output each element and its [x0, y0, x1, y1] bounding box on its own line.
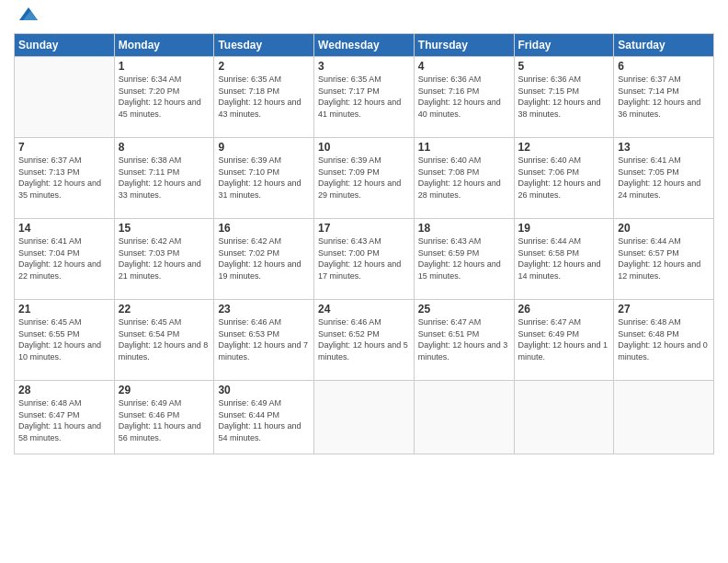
calendar-cell: 26Sunrise: 6:47 AMSunset: 6:49 PMDayligh…: [514, 300, 614, 381]
day-number: 28: [18, 384, 110, 396]
calendar-cell: 6Sunrise: 6:37 AMSunset: 7:14 PMDaylight…: [614, 57, 714, 138]
calendar-cell: 15Sunrise: 6:42 AMSunset: 7:03 PMDayligh…: [114, 219, 214, 300]
calendar-cell: 30Sunrise: 6:49 AMSunset: 6:44 PMDayligh…: [214, 381, 314, 454]
day-number: 15: [119, 222, 210, 235]
weekday-header-wednesday: Wednesday: [314, 34, 415, 57]
logo: [14, 13, 40, 26]
day-number: 26: [518, 303, 610, 316]
week-row-3: 14Sunrise: 6:41 AMSunset: 7:04 PMDayligh…: [15, 219, 714, 300]
day-number: 8: [119, 141, 210, 154]
calendar-cell: 19Sunrise: 6:44 AMSunset: 6:58 PMDayligh…: [514, 219, 614, 300]
day-info: Sunrise: 6:46 AMSunset: 6:52 PMDaylight:…: [318, 316, 410, 362]
day-number: 25: [418, 303, 510, 316]
day-number: 6: [618, 60, 710, 73]
day-number: 29: [119, 384, 210, 396]
day-number: 1: [119, 60, 210, 73]
calendar-cell: 8Sunrise: 6:38 AMSunset: 7:11 PMDaylight…: [114, 138, 214, 219]
day-info: Sunrise: 6:40 AMSunset: 7:06 PMDaylight:…: [518, 155, 610, 201]
calendar-cell: 23Sunrise: 6:46 AMSunset: 6:53 PMDayligh…: [214, 300, 314, 381]
day-info: Sunrise: 6:36 AMSunset: 7:16 PMDaylight:…: [418, 74, 510, 120]
day-info: Sunrise: 6:37 AMSunset: 7:13 PMDaylight:…: [18, 155, 110, 201]
week-row-2: 7Sunrise: 6:37 AMSunset: 7:13 PMDaylight…: [15, 138, 714, 219]
page: SundayMondayTuesdayWednesdayThursdayFrid…: [0, 0, 728, 563]
day-number: 5: [518, 60, 610, 73]
day-number: 27: [618, 303, 710, 316]
day-number: 23: [218, 303, 310, 316]
day-info: Sunrise: 6:45 AMSunset: 6:55 PMDaylight:…: [18, 316, 110, 362]
logo-icon: [17, 4, 40, 26]
calendar-cell: 7Sunrise: 6:37 AMSunset: 7:13 PMDaylight…: [15, 138, 115, 219]
day-number: 18: [418, 222, 510, 235]
calendar-cell: 16Sunrise: 6:42 AMSunset: 7:02 PMDayligh…: [214, 219, 314, 300]
weekday-header-sunday: Sunday: [15, 34, 115, 57]
day-number: 12: [518, 141, 610, 154]
weekday-header-saturday: Saturday: [614, 34, 714, 57]
calendar-cell: 28Sunrise: 6:48 AMSunset: 6:47 PMDayligh…: [15, 381, 115, 454]
calendar-cell: 12Sunrise: 6:40 AMSunset: 7:06 PMDayligh…: [514, 138, 614, 219]
calendar-cell: 3Sunrise: 6:35 AMSunset: 7:17 PMDaylight…: [314, 57, 415, 138]
day-info: Sunrise: 6:34 AMSunset: 7:20 PMDaylight:…: [119, 74, 210, 120]
calendar-cell: 17Sunrise: 6:43 AMSunset: 7:00 PMDayligh…: [314, 219, 415, 300]
day-number: 11: [418, 141, 510, 154]
calendar-cell: 2Sunrise: 6:35 AMSunset: 7:18 PMDaylight…: [214, 57, 314, 138]
calendar-cell: 4Sunrise: 6:36 AMSunset: 7:16 PMDaylight…: [414, 57, 514, 138]
calendar-cell: [15, 57, 115, 138]
calendar-cell: [514, 381, 614, 454]
day-number: 21: [18, 303, 110, 316]
calendar-cell: 14Sunrise: 6:41 AMSunset: 7:04 PMDayligh…: [15, 219, 115, 300]
day-number: 24: [318, 303, 410, 316]
day-info: Sunrise: 6:49 AMSunset: 6:46 PMDaylight:…: [119, 397, 210, 443]
day-info: Sunrise: 6:42 AMSunset: 7:03 PMDaylight:…: [119, 236, 210, 282]
day-info: Sunrise: 6:42 AMSunset: 7:02 PMDaylight:…: [218, 236, 310, 282]
week-row-5: 28Sunrise: 6:48 AMSunset: 6:47 PMDayligh…: [15, 381, 714, 454]
day-info: Sunrise: 6:39 AMSunset: 7:09 PMDaylight:…: [318, 155, 410, 201]
day-number: 9: [218, 141, 310, 154]
day-info: Sunrise: 6:46 AMSunset: 6:53 PMDaylight:…: [218, 316, 310, 362]
day-info: Sunrise: 6:43 AMSunset: 6:59 PMDaylight:…: [418, 236, 510, 282]
calendar-table: SundayMondayTuesdayWednesdayThursdayFrid…: [14, 33, 714, 454]
day-info: Sunrise: 6:48 AMSunset: 6:47 PMDaylight:…: [18, 397, 110, 443]
weekday-header-tuesday: Tuesday: [214, 34, 314, 57]
day-info: Sunrise: 6:39 AMSunset: 7:10 PMDaylight:…: [218, 155, 310, 201]
day-info: Sunrise: 6:47 AMSunset: 6:49 PMDaylight:…: [518, 316, 610, 362]
calendar-cell: 27Sunrise: 6:48 AMSunset: 6:48 PMDayligh…: [614, 300, 714, 381]
weekday-header-row: SundayMondayTuesdayWednesdayThursdayFrid…: [15, 34, 714, 57]
day-info: Sunrise: 6:49 AMSunset: 6:44 PMDaylight:…: [218, 397, 310, 443]
day-info: Sunrise: 6:45 AMSunset: 6:54 PMDaylight:…: [119, 316, 210, 362]
day-info: Sunrise: 6:41 AMSunset: 7:04 PMDaylight:…: [18, 236, 110, 282]
weekday-header-thursday: Thursday: [414, 34, 514, 57]
day-info: Sunrise: 6:43 AMSunset: 7:00 PMDaylight:…: [318, 236, 410, 282]
day-info: Sunrise: 6:48 AMSunset: 6:48 PMDaylight:…: [618, 316, 710, 362]
day-number: 4: [418, 60, 510, 73]
calendar-cell: 10Sunrise: 6:39 AMSunset: 7:09 PMDayligh…: [314, 138, 415, 219]
day-info: Sunrise: 6:41 AMSunset: 7:05 PMDaylight:…: [618, 155, 710, 201]
calendar-cell: 25Sunrise: 6:47 AMSunset: 6:51 PMDayligh…: [414, 300, 514, 381]
week-row-1: 1Sunrise: 6:34 AMSunset: 7:20 PMDaylight…: [15, 57, 714, 138]
day-info: Sunrise: 6:40 AMSunset: 7:08 PMDaylight:…: [418, 155, 510, 201]
day-info: Sunrise: 6:47 AMSunset: 6:51 PMDaylight:…: [418, 316, 510, 362]
calendar-cell: 20Sunrise: 6:44 AMSunset: 6:57 PMDayligh…: [614, 219, 714, 300]
calendar-cell: 18Sunrise: 6:43 AMSunset: 6:59 PMDayligh…: [414, 219, 514, 300]
day-number: 20: [618, 222, 710, 235]
calendar-cell: 9Sunrise: 6:39 AMSunset: 7:10 PMDaylight…: [214, 138, 314, 219]
weekday-header-friday: Friday: [514, 34, 614, 57]
day-number: 16: [218, 222, 310, 235]
day-info: Sunrise: 6:44 AMSunset: 6:57 PMDaylight:…: [618, 236, 710, 282]
calendar-cell: 13Sunrise: 6:41 AMSunset: 7:05 PMDayligh…: [614, 138, 714, 219]
day-number: 2: [218, 60, 310, 73]
calendar-cell: 1Sunrise: 6:34 AMSunset: 7:20 PMDaylight…: [114, 57, 214, 138]
calendar-cell: 21Sunrise: 6:45 AMSunset: 6:55 PMDayligh…: [15, 300, 115, 381]
calendar-cell: 5Sunrise: 6:36 AMSunset: 7:15 PMDaylight…: [514, 57, 614, 138]
day-info: Sunrise: 6:38 AMSunset: 7:11 PMDaylight:…: [119, 155, 210, 201]
day-number: 7: [18, 141, 110, 154]
day-info: Sunrise: 6:35 AMSunset: 7:17 PMDaylight:…: [318, 74, 410, 120]
calendar-cell: 22Sunrise: 6:45 AMSunset: 6:54 PMDayligh…: [114, 300, 214, 381]
day-info: Sunrise: 6:36 AMSunset: 7:15 PMDaylight:…: [518, 74, 610, 120]
day-number: 13: [618, 141, 710, 154]
week-row-4: 21Sunrise: 6:45 AMSunset: 6:55 PMDayligh…: [15, 300, 714, 381]
calendar-cell: [414, 381, 514, 454]
header: [14, 9, 714, 26]
day-number: 30: [218, 384, 310, 396]
calendar-cell: 11Sunrise: 6:40 AMSunset: 7:08 PMDayligh…: [414, 138, 514, 219]
day-number: 22: [119, 303, 210, 316]
